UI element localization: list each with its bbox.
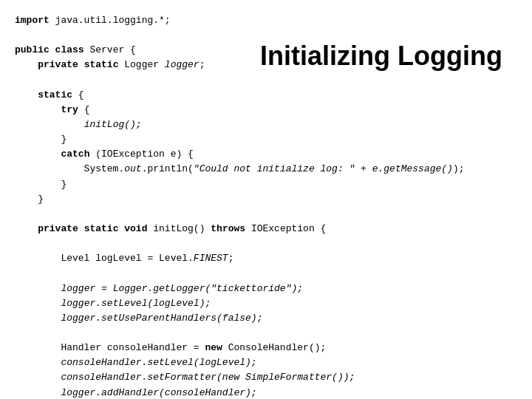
code-line-8: initLog(); bbox=[15, 119, 142, 130]
code-line-19: logger = Logger.getLogger("tickettoride"… bbox=[15, 283, 303, 294]
code-line-23: Handler consoleHandler = new ConsoleHand… bbox=[15, 342, 326, 353]
code-line-24: consoleHandler.setLevel(logLevel); bbox=[15, 357, 257, 368]
code-line-13: } bbox=[15, 194, 44, 205]
slide-heading: Initializing Logging bbox=[260, 41, 502, 72]
code-line-11: System.out.println("Could not initialize… bbox=[15, 163, 465, 174]
code-line-6: static { bbox=[15, 89, 84, 100]
code-line-7: try { bbox=[15, 104, 89, 115]
code-line-4: private static Logger logger; bbox=[15, 59, 205, 70]
code-line-15: private static void initLog() throws IOE… bbox=[15, 223, 326, 234]
code-line-17: Level logLevel = Level.FINEST; bbox=[15, 253, 233, 264]
code-line-25: consoleHandler.setFormatter(new SimpleFo… bbox=[15, 372, 355, 383]
code-line-12: } bbox=[15, 179, 66, 190]
code-line-9: } bbox=[15, 134, 66, 145]
code-line-21: logger.setUseParentHandlers(false); bbox=[15, 313, 262, 324]
code-line-10: catch (IOException e) { bbox=[15, 149, 194, 160]
code-line-3: public class Server { bbox=[15, 44, 136, 55]
code-line-26: logger.addHandler(consoleHandler); bbox=[15, 387, 257, 398]
code-line-1: import java.util.logging.*; bbox=[15, 15, 171, 26]
code-line-20: logger.setLevel(logLevel); bbox=[15, 298, 211, 309]
